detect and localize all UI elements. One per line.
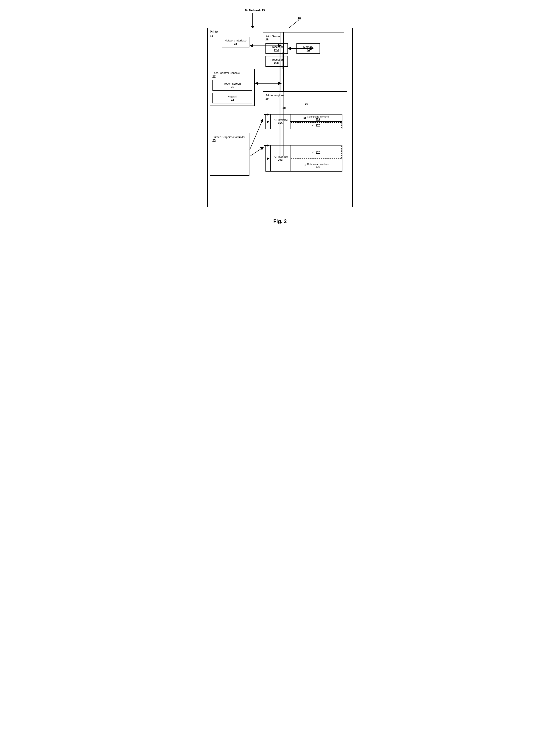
arrow-to-pci-a [263,112,270,117]
pci-b-label: PCI interface [273,155,288,158]
pgc-num: 25 [213,139,247,142]
pci-26a-section: ▶ PCI interface 26A ⇄ [266,114,342,129]
pci-26b-section: ▶ PCI interface 26B ⇄ 27C [266,145,342,171]
ni-label: Network Interface [224,39,247,42]
label-28-top: 28 [298,17,301,20]
cp-27b-box: ⇄ 27B [291,122,342,128]
pgc-label: Printer Graphics Controller [213,135,247,139]
touch-screen-box: Touch Screen 21 [213,80,252,91]
pe-num: 19 [266,97,345,100]
mem-num: 24 [300,48,317,52]
ts-label: Touch Screen [215,82,250,85]
svg-line-31 [250,148,262,156]
pci-a-label: PCI interface [273,119,288,122]
processor-23a-box: Processor 23A [266,43,288,54]
proc-a-label: Processor [269,45,285,48]
pci-b-num: 26B [273,158,288,161]
cp-27a-num: 27A [307,118,329,121]
ps-number: 18 [266,38,342,41]
pe-label: Printer engines [266,94,345,97]
printer-number: 14 [210,34,213,38]
memory-box: Memory 24 [297,43,320,54]
ts-num: 21 [215,85,250,89]
cp-27c-num: 27C [316,151,320,154]
svg-line-30 [250,120,262,150]
ni-number: 16 [224,42,247,45]
pci-a-num: 26A [273,122,288,125]
ps-label: Print Server [266,35,342,38]
cp-27d-box: ⇄ Color plane Interface 27D [290,159,342,171]
cp-27b-num: 27B [316,124,320,127]
kp-label: Keypad [215,95,250,98]
cp-27d-label: Color plane Interface [307,163,329,165]
cp-27d-num: 27D [307,165,329,168]
pe-label-29: 29 [305,102,308,105]
page: To Network 15 [200,4,360,222]
lcc-num: 17 [213,74,252,78]
proc-a-num: 23A [269,48,285,52]
diagram-wrapper: To Network 15 [205,8,355,214]
to-network-label: To Network 15 [245,8,265,12]
printer-label: Printer [210,30,219,33]
lcc-box: Local Control Console 17 Touch Screen 21… [210,69,255,106]
cp-27a-label: Color plane Interface [307,116,329,118]
network-interface-box: Network Interface 16 [222,37,249,47]
printer-outer-box: Printer 14 Network Interface 16 Print Se… [207,28,353,207]
pci-26a-box: PCI interface 26A [270,115,290,129]
lcc-label: Local Control Console [213,71,252,74]
cp-27c-box: ⇄ 27C [291,146,342,159]
processor-23b-box: Processor 23B [266,56,288,67]
pci-26b-box: PCI interface 26B [270,145,290,171]
keypad-box: Keypad 22 [213,93,252,103]
printer-engines-box: Printer engines 19 28 29 ▶ PCI interface… [263,91,347,200]
kp-num: 22 [215,98,250,101]
arrow-to-pci-b [263,143,270,148]
pgc-box: Printer Graphics Controller 25 [210,133,249,175]
mem-label: Memory [300,45,317,48]
print-server-box: Print Server 18 Processor 23A Processor [263,32,344,69]
figure-label: Fig. 2 [205,218,355,224]
pe-label-28: 28 [283,106,285,109]
cp-27a-box: ⇄ Color plane Interface 27A [290,115,342,122]
